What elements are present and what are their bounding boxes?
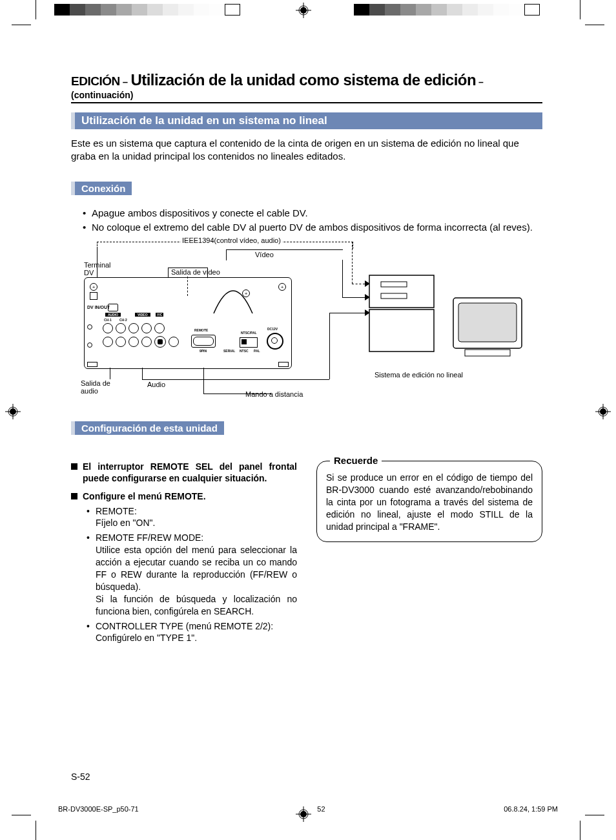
computer-icon [368, 274, 446, 358]
square-bullet-item: El interruptor REMOTE SEL del panel fron… [71, 461, 297, 484]
list-item: CONTROLLER TYPE (menú REMOTE 2/2): Confi… [87, 620, 297, 645]
remember-box: Recuerde Si se produce un error en el có… [316, 461, 542, 542]
svg-rect-19 [369, 310, 434, 352]
list-item: Apague ambos dispositivos y conecte el c… [83, 207, 542, 220]
crop-mark [580, 821, 580, 840]
diagram-label-salida-audio: Salida de audio [81, 379, 116, 395]
crop-mark [585, 25, 604, 25]
diagram-label-audio: Audio [147, 381, 165, 388]
connection-diagram: IEEE1394(control vídeo, audio) Vídeo Ter… [84, 242, 529, 403]
panel-label-dv-inout: DV IN/OUT [87, 305, 110, 310]
crop-mark [12, 25, 31, 25]
diagram-label-mando: Mando a distancia [245, 390, 303, 398]
list-item: REMOTE: Fíjelo en "ON". [87, 505, 297, 530]
remember-body: Si se produce un error en el código de t… [326, 472, 533, 532]
section-heading: Utilización de la unidad en un sistema n… [71, 112, 542, 129]
crop-mark [36, 821, 36, 840]
svg-rect-22 [465, 350, 510, 356]
panel-label-dc12v: DC12V [267, 327, 278, 331]
sq-bullet-text: Configure el menú REMOTE. [83, 490, 206, 502]
subsection-heading-connection: Conexión [71, 182, 132, 195]
item-body: Fíjelo en "ON". [96, 517, 297, 529]
left-column: El interruptor REMOTE SEL del panel fron… [71, 454, 297, 647]
square-bullet-icon [71, 463, 77, 470]
crop-mark [36, 0, 36, 19]
page-title: EDICIÓN – Utilización de la unidad como … [71, 71, 542, 103]
panel-label-ch1: CH-1 [104, 318, 112, 322]
intro-text: Este es un sistema que captura el conten… [71, 137, 542, 163]
print-color-bar-right [354, 4, 540, 16]
config-sub-bullets: REMOTE: Fíjelo en "ON". REMOTE FF/REW MO… [87, 505, 297, 645]
square-bullet-icon [71, 493, 77, 499]
page-number: S-52 [71, 772, 90, 782]
remember-title: Recuerde [330, 455, 382, 466]
svg-rect-16 [369, 275, 434, 308]
diagram-label-ieee: IEEE1394(control vídeo, audio) [181, 236, 282, 244]
panel-label-remote: REMOTE [194, 328, 208, 332]
sq-bullet-text: El interruptor REMOTE SEL del panel fron… [83, 461, 297, 484]
page: EDICIÓN – Utilización de la unidad como … [0, 0, 616, 840]
title-separator: – [120, 76, 131, 87]
panel-label-ch2: CH-2 [119, 318, 127, 322]
diagram-label-terminal-dv: Terminal DV [84, 261, 116, 277]
diagram-label-sistema: Sistema de edición no lineal [375, 371, 463, 379]
item-head: CONTROLLER TYPE (menú REMOTE 2/2): [96, 621, 273, 631]
panel-label-audio: AUDIO [105, 313, 121, 317]
monitor-icon [452, 297, 523, 358]
footer-center: 52 [317, 805, 325, 813]
item-body-2: Si la función de búsqueda y localización… [96, 593, 297, 618]
footer: BR-DV3000E-SP_p50-71 52 06.8.24, 1:59 PM [58, 805, 558, 813]
registration-mark-icon [296, 3, 311, 18]
panel-label-ntsc: NTSC [240, 349, 249, 353]
crop-mark [580, 0, 580, 19]
svg-rect-21 [458, 303, 517, 342]
panel-label-9pin: 9PIN [200, 349, 207, 353]
two-column-layout: El interruptor REMOTE SEL del panel fron… [71, 454, 542, 647]
crop-mark [12, 815, 31, 815]
item-head: REMOTE: [96, 506, 137, 516]
diagram-label-salida-video: Salida de vídeo [171, 268, 220, 276]
crop-mark [585, 815, 604, 815]
footer-right: 06.8.24, 1:59 PM [504, 805, 558, 813]
connection-bullets: Apague ambos dispositivos y conecte el c… [83, 207, 542, 235]
list-item: REMOTE FF/REW MODE: Utilice esta opción … [87, 532, 297, 617]
item-body: Utilice esta opción del menú para selecc… [96, 544, 297, 593]
registration-mark-icon [5, 404, 21, 419]
title-prefix: EDICIÓN [71, 74, 120, 88]
subsection-heading-config: Configuración de esta unidad [71, 421, 224, 435]
footer-left: BR-DV3000E-SP_p50-71 [58, 805, 139, 813]
print-color-bar-left [54, 4, 240, 16]
title-main: Utilización de la unidad como sistema de… [130, 71, 476, 89]
panel-label-ntsc-pal: NTSC/PAL [241, 331, 257, 335]
panel-label-video: VIDEO [135, 313, 150, 317]
right-column: Recuerde Si se produce un error en el có… [316, 454, 542, 542]
panel-label-yc: Y/C [156, 313, 163, 317]
item-body: Configúrelo en "TYPE 1". [96, 632, 297, 644]
square-bullet-item: Configure el menú REMOTE. [71, 490, 297, 502]
list-item: No coloque el extremo del cable DV al pu… [83, 221, 542, 234]
item-head: REMOTE FF/REW MODE: [96, 532, 203, 543]
content-area: EDICIÓN – Utilización de la unidad como … [71, 71, 542, 647]
registration-mark-icon [595, 404, 611, 419]
panel-label-pal: PAL [254, 349, 260, 353]
panel-label-serial: SERIAL [223, 349, 235, 353]
